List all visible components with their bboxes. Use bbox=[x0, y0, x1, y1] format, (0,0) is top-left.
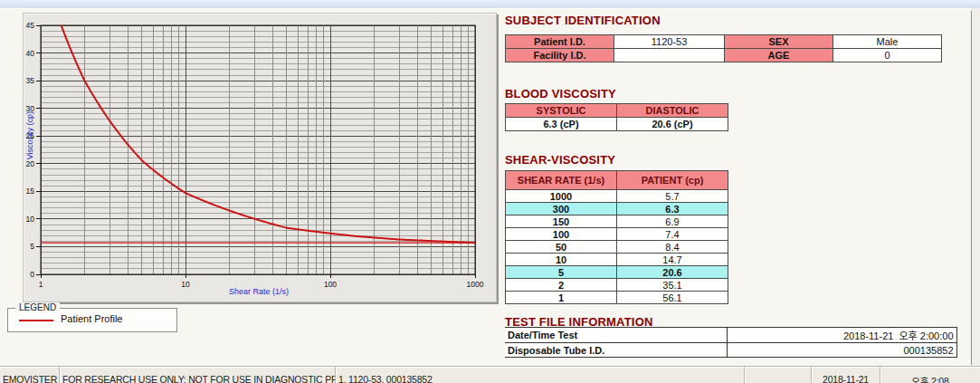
status-test-summary: 1, 1120-53, 000135852 bbox=[336, 367, 745, 383]
patient-id-label: Patient I.D. bbox=[506, 35, 614, 49]
shear-row: 1506.9 bbox=[506, 215, 728, 228]
svg-text:10: 10 bbox=[181, 280, 190, 289]
svg-text:20: 20 bbox=[26, 159, 35, 168]
test-file-information-table: Date/Time Test 2018-11-21 오후 2:00:00 Dis… bbox=[505, 327, 957, 358]
shear-viscosity-table: SHEAR RATE (1/s) PATIENT (cp) 10005.7300… bbox=[505, 170, 728, 304]
chart-legend: LEGEND Patient Profile bbox=[7, 308, 177, 332]
svg-text:1000: 1000 bbox=[467, 280, 484, 289]
table-row: Patient I.D. 1120-53 SEX Male bbox=[506, 35, 942, 49]
table-row: Disposable Tube I.D. 000135852 bbox=[505, 343, 956, 358]
svg-text:40: 40 bbox=[26, 49, 35, 58]
patient-viscosity-cell: 5.7 bbox=[617, 190, 728, 203]
patient-viscosity-cell: 14.7 bbox=[617, 254, 728, 266]
systolic-header: SYSTOLIC bbox=[506, 104, 617, 118]
table-row: Date/Time Test 2018-11-21 오후 2:00:00 bbox=[505, 328, 956, 343]
report-tables-panel: SUBJECT IDENTIFICATION Patient I.D. 1120… bbox=[505, 0, 962, 366]
patient-viscosity-cell: 8.4 bbox=[617, 241, 728, 254]
shear-rate-cell: 1000 bbox=[506, 190, 617, 203]
viscosity-vs-shear-rate-chart: 0510152025303540451101001000 bbox=[24, 14, 496, 302]
date-time-test-label: Date/Time Test bbox=[505, 328, 727, 343]
shear-rate-cell: 2 bbox=[506, 279, 617, 292]
blood-viscosity-title: BLOOD VISCOSITY bbox=[505, 87, 616, 101]
diastolic-header: DIASTOLIC bbox=[617, 104, 728, 118]
shear-row: 520.6 bbox=[506, 266, 728, 279]
systolic-value: 6.3 (cP) bbox=[506, 118, 617, 131]
subject-identification-title: SUBJECT IDENTIFICATION bbox=[505, 14, 661, 27]
window-right-gutter bbox=[972, 8, 980, 366]
date-time-test-value: 2018-11-21 오후 2:00:00 bbox=[727, 328, 956, 343]
svg-text:15: 15 bbox=[26, 187, 35, 196]
svg-text:1: 1 bbox=[39, 280, 43, 289]
facility-id-label: Facility I.D. bbox=[506, 49, 614, 62]
patient-cp-header: PATIENT (cp) bbox=[617, 171, 728, 190]
panel-edge-divider bbox=[971, 11, 972, 365]
patient-viscosity-cell: 7.4 bbox=[617, 228, 728, 241]
table-row: SYSTOLIC DIASTOLIC bbox=[506, 104, 728, 118]
patient-viscosity-cell: 35.1 bbox=[617, 279, 728, 292]
shear-rate-cell: 1 bbox=[506, 292, 617, 304]
sex-value: Male bbox=[833, 35, 942, 49]
disposable-tube-id-label: Disposable Tube I.D. bbox=[505, 343, 727, 358]
patient-viscosity-cell: 56.1 bbox=[617, 292, 728, 304]
chart-panel: 0510152025303540451101001000 Viscosity (… bbox=[23, 13, 497, 302]
svg-text:45: 45 bbox=[26, 21, 35, 30]
svg-text:10: 10 bbox=[26, 215, 35, 224]
shear-rate-cell: 100 bbox=[506, 228, 617, 241]
legend-line-swatch bbox=[19, 320, 53, 321]
legend-title: LEGEND bbox=[15, 302, 60, 312]
status-time: 오후 2:08 bbox=[880, 367, 980, 383]
status-bar: EMOVISTER FOR RESEARCH USE ONLY; NOT FOR… bbox=[0, 366, 980, 383]
age-value: 0 bbox=[833, 49, 942, 62]
diastolic-value: 20.6 (cP) bbox=[617, 118, 728, 131]
shear-row: 1007.4 bbox=[506, 228, 728, 241]
patient-viscosity-cell: 20.6 bbox=[617, 266, 728, 279]
table-row: Facility I.D. AGE 0 bbox=[506, 49, 942, 62]
blood-viscosity-table: SYSTOLIC DIASTOLIC 6.3 (cP) 20.6 (cP) bbox=[505, 103, 728, 131]
shear-rate-cell: 150 bbox=[506, 215, 617, 228]
age-label: AGE bbox=[725, 49, 833, 62]
shear-rate-cell: 10 bbox=[506, 254, 617, 266]
y-axis-title: Viscosity (cp) bbox=[25, 111, 34, 159]
patient-id-value: 1120-53 bbox=[614, 35, 725, 49]
viscosity-report-screen: 0510152025303540451101001000 Viscosity (… bbox=[0, 0, 980, 383]
shear-viscosity-title: SHEAR-VISCOSITY bbox=[505, 153, 615, 167]
shear-rate-cell: 5 bbox=[506, 266, 617, 279]
svg-text:35: 35 bbox=[26, 76, 35, 85]
subject-identification-table: Patient I.D. 1120-53 SEX Male Facility I… bbox=[505, 34, 942, 62]
shear-rate-cell: 300 bbox=[506, 203, 617, 215]
svg-text:5: 5 bbox=[30, 242, 34, 251]
shear-row: 1014.7 bbox=[506, 254, 728, 266]
patient-viscosity-cell: 6.9 bbox=[617, 215, 728, 228]
sex-label: SEX bbox=[725, 35, 833, 49]
shear-rate-cell: 50 bbox=[506, 241, 617, 254]
table-row: 6.3 (cP) 20.6 (cP) bbox=[506, 118, 728, 131]
status-date: 2018-11-21 bbox=[812, 367, 880, 383]
shear-rate-header: SHEAR RATE (1/s) bbox=[506, 171, 617, 190]
shear-row: 235.1 bbox=[506, 279, 728, 292]
shear-row: 3006.3 bbox=[506, 203, 728, 215]
shear-row: 156.1 bbox=[506, 292, 728, 304]
disposable-tube-id-value: 000135852 bbox=[727, 343, 956, 358]
patient-viscosity-cell: 6.3 bbox=[617, 203, 728, 215]
table-header-row: SHEAR RATE (1/s) PATIENT (cp) bbox=[506, 171, 728, 190]
svg-text:0: 0 bbox=[30, 270, 34, 279]
legend-entry-label: Patient Profile bbox=[61, 313, 122, 324]
status-app-name: EMOVISTER bbox=[0, 367, 60, 383]
facility-id-value bbox=[614, 49, 725, 62]
status-research-use-notice: FOR RESEARCH USE ONLY; NOT FOR USE IN DI… bbox=[60, 367, 336, 383]
shear-row: 10005.7 bbox=[506, 190, 728, 203]
shear-row: 508.4 bbox=[506, 241, 728, 254]
status-empty-cell bbox=[745, 367, 812, 383]
x-axis-title: Shear Rate (1/s) bbox=[191, 287, 327, 296]
